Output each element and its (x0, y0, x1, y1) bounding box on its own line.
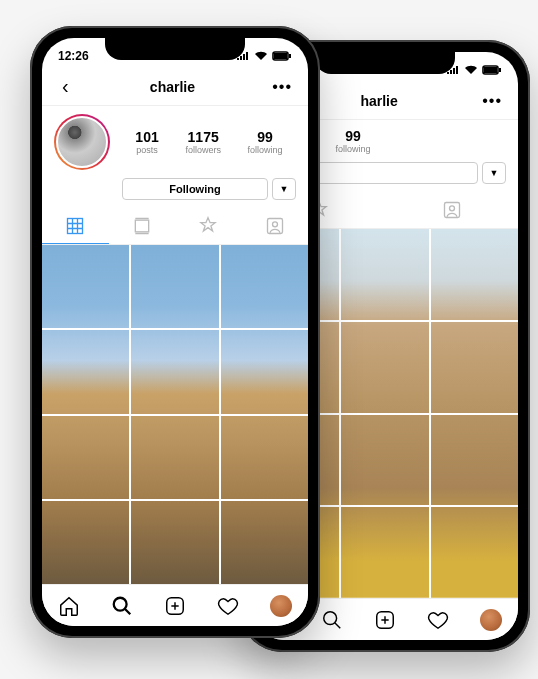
photo-tile[interactable] (431, 322, 518, 413)
followers-count: 1175 (185, 129, 221, 145)
photo-tile[interactable] (431, 229, 518, 320)
nav-add-post[interactable] (161, 592, 189, 620)
photo-grid (42, 245, 308, 584)
following-count: 99 (248, 129, 283, 145)
username-title: harlie (360, 93, 397, 109)
svg-rect-2 (499, 68, 501, 72)
photo-tile[interactable] (221, 330, 308, 413)
photo-tile[interactable] (341, 322, 428, 413)
posts-label: posts (135, 145, 158, 155)
back-button[interactable]: ‹ (54, 71, 77, 102)
photo-tile[interactable] (42, 245, 129, 328)
photo-tile[interactable] (221, 416, 308, 499)
phone-mockup-front: 12:26 ‹ charlie ••• 101 posts 1175 (30, 26, 320, 638)
photo-tile[interactable] (131, 330, 218, 413)
profile-tabs (42, 208, 308, 245)
photo-tile[interactable] (431, 507, 518, 598)
svg-rect-8 (274, 53, 287, 59)
tab-grid[interactable] (42, 208, 109, 244)
following-stat[interactable]: 99 following (336, 128, 371, 154)
nav-avatar-icon (480, 609, 502, 631)
photo-tile[interactable] (42, 501, 129, 584)
photo-tile[interactable] (221, 501, 308, 584)
following-button[interactable]: Following (122, 178, 268, 200)
photo-tile[interactable] (42, 330, 129, 413)
svg-point-4 (449, 206, 454, 211)
posts-count: 101 (135, 129, 158, 145)
nav-profile[interactable] (267, 592, 295, 620)
nav-activity[interactable] (214, 592, 242, 620)
following-count: 99 (336, 128, 371, 144)
photo-tile[interactable] (42, 416, 129, 499)
battery-icon (272, 51, 292, 61)
username-title: charlie (150, 79, 195, 95)
wifi-icon (254, 51, 268, 61)
svg-rect-3 (444, 203, 459, 218)
phone-screen: 12:26 ‹ charlie ••• 101 posts 1175 (42, 38, 308, 626)
following-label: following (336, 144, 371, 154)
svg-rect-1 (484, 67, 497, 73)
more-button[interactable]: ••• (268, 74, 296, 100)
photo-tile[interactable] (221, 245, 308, 328)
posts-stat[interactable]: 101 posts (135, 129, 158, 155)
battery-icon (482, 65, 502, 75)
svg-rect-9 (289, 54, 291, 58)
photo-tile[interactable] (341, 229, 428, 320)
svg-point-5 (324, 611, 337, 624)
nav-profile[interactable] (477, 606, 505, 634)
photo-tile[interactable] (131, 416, 218, 499)
nav-activity[interactable] (424, 606, 452, 634)
tab-feed[interactable] (109, 208, 176, 244)
follow-button-row: Following ▼ (42, 174, 308, 208)
followers-stat[interactable]: 1175 followers (185, 129, 221, 155)
svg-rect-12 (267, 219, 282, 234)
photo-tile[interactable] (431, 415, 518, 506)
tab-favorites[interactable] (175, 208, 242, 244)
nav-search[interactable] (108, 592, 136, 620)
tab-tagged[interactable] (385, 192, 518, 228)
avatar-story-ring[interactable] (54, 114, 110, 170)
profile-avatar (56, 116, 108, 168)
suggestions-dropdown-button[interactable]: ▼ (482, 162, 506, 184)
svg-rect-10 (68, 218, 83, 233)
following-stat[interactable]: 99 following (248, 129, 283, 155)
followers-label: followers (185, 145, 221, 155)
phone-notch (105, 38, 245, 60)
svg-rect-11 (135, 220, 148, 232)
wifi-icon (464, 65, 478, 75)
nav-add-post[interactable] (371, 606, 399, 634)
photo-tile[interactable] (131, 245, 218, 328)
svg-point-13 (272, 222, 277, 227)
more-button[interactable]: ••• (478, 88, 506, 114)
bottom-navbar (42, 584, 308, 626)
suggestions-dropdown-button[interactable]: ▼ (272, 178, 296, 200)
photo-tile[interactable] (341, 507, 428, 598)
phone-notch (315, 52, 455, 74)
nav-avatar-icon (270, 595, 292, 617)
photo-tile[interactable] (341, 415, 428, 506)
profile-header: ‹ charlie ••• (42, 68, 308, 106)
tab-tagged[interactable] (242, 208, 309, 244)
photo-tile[interactable] (131, 501, 218, 584)
status-time: 12:26 (58, 49, 89, 63)
nav-search[interactable] (318, 606, 346, 634)
following-label: following (248, 145, 283, 155)
profile-stats-row: 101 posts 1175 followers 99 following (42, 106, 308, 174)
svg-point-14 (114, 597, 127, 610)
nav-home[interactable] (55, 592, 83, 620)
